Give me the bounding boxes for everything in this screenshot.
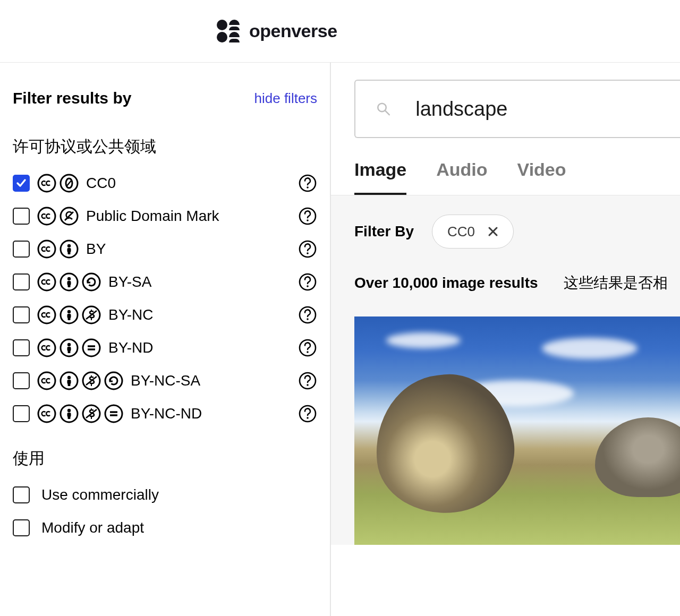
chip-label: CC0 <box>447 224 475 240</box>
tab-video[interactable]: Video <box>517 159 566 195</box>
by-icon <box>60 305 79 324</box>
help-icon[interactable] <box>298 338 317 357</box>
zero-icon <box>60 174 79 193</box>
by-icon <box>60 239 79 259</box>
search-box[interactable] <box>354 80 680 138</box>
nd-icon <box>82 338 101 357</box>
app-header: openverse <box>0 0 680 63</box>
license-checkbox[interactable] <box>13 339 30 356</box>
pd-icon <box>60 207 79 226</box>
brand-mark-icon <box>217 20 240 42</box>
license-checkbox[interactable] <box>13 208 30 225</box>
tab-image[interactable]: Image <box>354 159 406 195</box>
help-icon[interactable] <box>298 239 317 259</box>
license-checkbox[interactable] <box>13 306 30 323</box>
sa-icon <box>82 272 101 292</box>
usage-section-title: 使用 <box>13 448 317 469</box>
help-icon[interactable] <box>298 305 317 324</box>
search-icon <box>376 100 391 118</box>
license-filter-row: BY-ND <box>13 337 317 358</box>
license-label: CC0 <box>86 175 116 192</box>
active-filter-chip[interactable]: CC0 <box>432 215 514 249</box>
usage-filter-row: Modify or adapt <box>13 517 317 538</box>
help-icon[interactable] <box>298 272 317 292</box>
cc-icon <box>37 305 56 324</box>
license-label: BY-NC <box>108 306 154 323</box>
cc-icon <box>37 239 56 259</box>
license-filter-row: BY-SA <box>13 271 317 293</box>
cc-icon <box>37 174 56 193</box>
license-checkbox[interactable] <box>13 372 30 389</box>
brand-logo[interactable]: openverse <box>217 20 337 42</box>
usage-checkbox[interactable] <box>13 519 30 536</box>
nc-icon <box>82 371 101 390</box>
license-label: Public Domain Mark <box>86 208 219 225</box>
tab-audio[interactable]: Audio <box>436 159 487 195</box>
license-label: BY-NC-ND <box>131 405 202 422</box>
usage-label: Modify or adapt <box>41 519 144 536</box>
by-icon <box>60 272 79 292</box>
cc-icon <box>37 272 56 292</box>
by-icon <box>60 404 79 423</box>
help-icon[interactable] <box>298 174 317 193</box>
license-label: BY <box>86 241 106 258</box>
license-filter-row: BY <box>13 238 317 260</box>
license-label: BY-SA <box>108 273 151 290</box>
license-checkbox[interactable] <box>13 273 30 290</box>
media-type-tabs: ImageAudioVideo <box>354 159 680 195</box>
license-section-title: 许可协议或公共领域 <box>13 136 317 158</box>
filters-title: Filter results by <box>13 89 131 107</box>
hide-filters-link[interactable]: hide filters <box>254 90 318 107</box>
nc-icon <box>82 404 101 423</box>
cc-icon <box>37 371 56 390</box>
license-filter-row: Public Domain Mark <box>13 206 317 227</box>
nd-icon <box>104 404 123 423</box>
results-panel: ImageAudioVideo Filter By CC0 Over 10,00… <box>331 63 680 616</box>
usage-filter-row: Use commercially <box>13 484 317 506</box>
license-filter-row: BY-NC <box>13 304 317 326</box>
cc-icon <box>37 404 56 423</box>
license-label: BY-ND <box>108 339 154 356</box>
usage-label: Use commercially <box>41 486 159 503</box>
cc-icon <box>37 207 56 226</box>
filter-by-label: Filter By <box>354 223 414 240</box>
help-icon[interactable] <box>298 371 317 390</box>
brand-wordmark: openverse <box>249 21 337 41</box>
license-filter-row: BY-NC-SA <box>13 370 317 391</box>
by-icon <box>60 338 79 357</box>
cc-icon <box>37 338 56 357</box>
by-icon <box>60 371 79 390</box>
license-label: BY-NC-SA <box>131 372 200 389</box>
help-icon[interactable] <box>298 207 317 226</box>
result-thumbnail[interactable] <box>354 316 680 545</box>
filters-sidebar: Filter results by hide filters 许可协议或公共领域… <box>0 63 331 616</box>
license-checkbox[interactable] <box>13 241 30 258</box>
usage-checkbox[interactable] <box>13 486 30 503</box>
results-relevance-question: 这些结果是否相 <box>564 273 668 293</box>
results-count: Over 10,000 image results <box>354 275 538 292</box>
sa-icon <box>104 371 123 390</box>
nc-icon <box>82 305 101 324</box>
license-checkbox[interactable] <box>13 175 30 192</box>
license-filter-row: BY-NC-ND <box>13 403 317 424</box>
license-checkbox[interactable] <box>13 405 30 422</box>
close-icon[interactable] <box>488 226 498 237</box>
help-icon[interactable] <box>298 404 317 423</box>
license-filter-row: CC0 <box>13 173 317 194</box>
search-input[interactable] <box>415 98 660 121</box>
